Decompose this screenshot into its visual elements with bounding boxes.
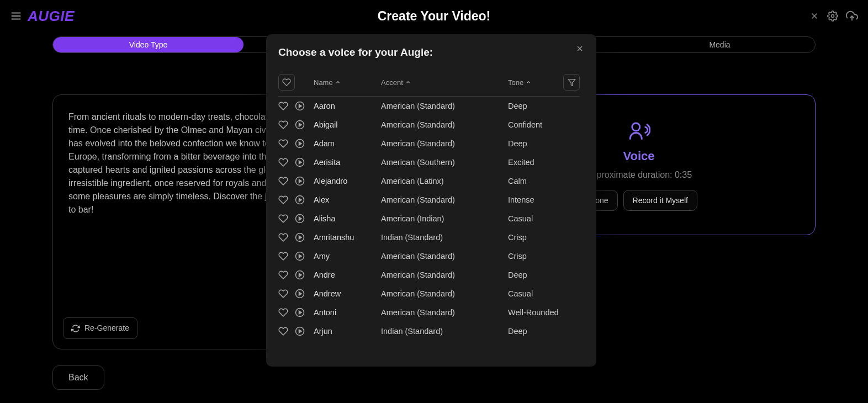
voice-row[interactable]: AmyAmerican (Standard)Crisp	[278, 247, 593, 266]
voice-name: Alejandro	[314, 177, 381, 185]
voice-row[interactable]: AaronAmerican (Standard)Deep	[278, 97, 593, 115]
heart-icon[interactable]	[278, 307, 295, 317]
voice-row[interactable]: AmritanshuIndian (Standard)Crisp	[278, 228, 593, 247]
svg-marker-17	[299, 161, 302, 164]
voice-name: Alex	[314, 195, 381, 204]
voice-tone: Casual	[508, 214, 593, 223]
voice-accent: American (Standard)	[381, 308, 508, 317]
page-title: Create Your Video!	[378, 9, 491, 24]
voice-tone: Crisp	[508, 252, 593, 261]
voice-icon	[627, 119, 650, 142]
svg-marker-31	[299, 292, 302, 295]
voice-accent: American (Standard)	[381, 195, 508, 204]
heart-icon[interactable]	[278, 195, 295, 205]
play-icon[interactable]	[295, 176, 314, 186]
progress-step-video-type[interactable]: Video Type	[53, 37, 244, 52]
voice-tone: Deep	[508, 139, 593, 148]
heart-icon[interactable]	[278, 120, 295, 130]
voice-list[interactable]: AaronAmerican (Standard)DeepAbigailAmeri…	[278, 97, 595, 367]
svg-marker-21	[299, 198, 302, 202]
play-icon[interactable]	[295, 232, 314, 242]
modal-title: Choose a voice for your Augie:	[278, 46, 595, 68]
column-accent-label: Accent	[381, 78, 403, 87]
progress-step-media[interactable]: Media	[624, 37, 815, 52]
voice-table-header: Name Accent Tone	[278, 68, 580, 97]
play-icon[interactable]	[295, 101, 314, 111]
voice-row[interactable]: AndreAmerican (Standard)Deep	[278, 266, 593, 284]
close-icon[interactable]	[809, 11, 819, 21]
play-icon[interactable]	[295, 120, 314, 130]
heart-icon[interactable]	[278, 176, 295, 186]
voice-accent: American (Standard)	[381, 139, 508, 148]
sort-asc-icon	[526, 79, 531, 85]
voice-title: Voice	[623, 149, 654, 163]
play-icon[interactable]	[295, 307, 314, 317]
voice-name: Aaron	[314, 102, 381, 110]
filter-button[interactable]	[563, 74, 580, 91]
heart-icon[interactable]	[278, 214, 295, 224]
play-icon[interactable]	[295, 195, 314, 205]
voice-row[interactable]: AlejandroAmerican (Latinx)Calm	[278, 172, 593, 190]
header-bar: AUGIE Create Your Video!	[0, 0, 868, 32]
duration-label: Approximate duration: 0:35	[586, 170, 692, 180]
cloud-upload-icon[interactable]	[846, 10, 858, 22]
column-header-name[interactable]: Name	[314, 78, 381, 87]
heart-icon[interactable]	[278, 289, 295, 299]
voice-option-record[interactable]: Record it Myself	[623, 190, 697, 211]
voice-tone: Intense	[508, 195, 593, 204]
gear-icon[interactable]	[827, 10, 838, 22]
heart-icon[interactable]	[278, 270, 295, 280]
heart-icon[interactable]	[278, 139, 295, 149]
sort-asc-icon	[405, 79, 411, 85]
svg-marker-25	[299, 236, 302, 239]
voice-accent: American (Standard)	[381, 289, 508, 298]
play-icon[interactable]	[295, 326, 314, 336]
voice-row[interactable]: AlexAmerican (Standard)Intense	[278, 190, 593, 209]
favorites-filter-button[interactable]	[278, 74, 295, 91]
column-header-accent[interactable]: Accent	[381, 78, 508, 87]
play-icon[interactable]	[295, 214, 314, 224]
heart-icon[interactable]	[278, 251, 295, 261]
svg-marker-9	[568, 79, 575, 85]
regenerate-label: Re-Generate	[84, 322, 129, 334]
refresh-icon	[71, 324, 80, 333]
voice-row[interactable]: ArjunIndian (Standard)Deep	[278, 322, 593, 341]
play-icon[interactable]	[295, 270, 314, 280]
column-header-tone[interactable]: Tone	[508, 78, 563, 87]
voice-name: Aerisita	[314, 158, 381, 167]
play-icon[interactable]	[295, 251, 314, 261]
voice-row[interactable]: AlishaAmerican (Indian)Casual	[278, 209, 593, 228]
svg-marker-35	[299, 330, 302, 333]
menu-icon[interactable]	[10, 10, 22, 22]
voice-tone: Casual	[508, 289, 593, 298]
logo[interactable]: AUGIE	[28, 8, 75, 25]
voice-tone: Deep	[508, 271, 593, 279]
svg-marker-19	[299, 179, 302, 183]
column-tone-label: Tone	[508, 78, 523, 87]
play-icon[interactable]	[295, 139, 314, 149]
voice-row[interactable]: AerisitaAmerican (Southern)Excited	[278, 153, 593, 172]
play-icon[interactable]	[295, 289, 314, 299]
voice-name: Amritanshu	[314, 233, 381, 242]
svg-marker-13	[299, 123, 302, 126]
heart-icon[interactable]	[278, 101, 295, 111]
voice-chooser-modal: Choose a voice for your Augie: Name Acce…	[266, 34, 596, 367]
back-button[interactable]: Back	[52, 365, 104, 390]
modal-close-button[interactable]	[575, 44, 584, 53]
svg-marker-33	[299, 311, 302, 314]
regenerate-button[interactable]: Re-Generate	[63, 317, 137, 339]
heart-icon[interactable]	[278, 157, 295, 167]
column-name-label: Name	[314, 78, 333, 87]
voice-row[interactable]: AntoniAmerican (Standard)Well-Rounded	[278, 303, 593, 322]
voice-tone: Excited	[508, 158, 593, 167]
voice-accent: American (Standard)	[381, 271, 508, 279]
voice-name: Andrew	[314, 289, 381, 298]
heart-icon[interactable]	[278, 326, 295, 336]
voice-tone: Calm	[508, 177, 593, 185]
heart-icon[interactable]	[278, 232, 295, 242]
play-icon[interactable]	[295, 157, 314, 167]
voice-row[interactable]: AndrewAmerican (Standard)Casual	[278, 284, 593, 303]
voice-row[interactable]: AdamAmerican (Standard)Deep	[278, 134, 593, 153]
svg-marker-27	[299, 254, 302, 258]
voice-row[interactable]: AbigailAmerican (Standard)Confident	[278, 115, 593, 134]
